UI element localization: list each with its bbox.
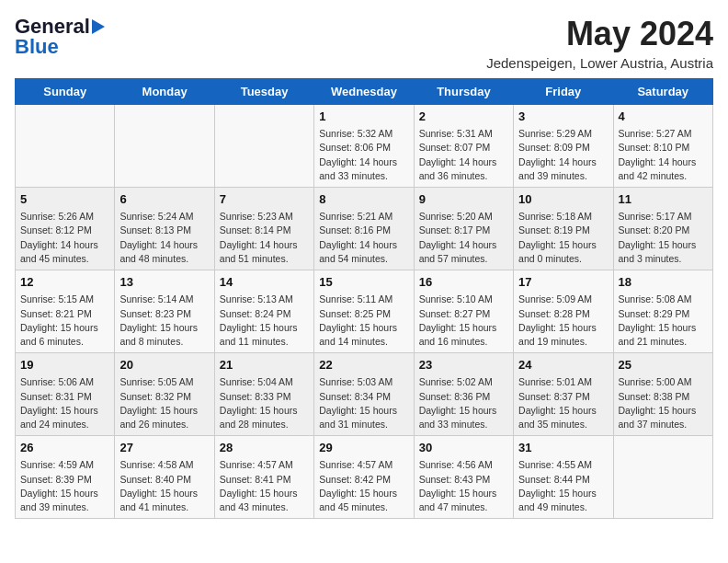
day-info: Sunrise: 4:55 AM Sunset: 8:44 PM Dayligh… <box>518 458 608 514</box>
day-info: Sunrise: 5:04 AM Sunset: 8:33 PM Dayligh… <box>220 375 309 431</box>
calendar-header-sunday: Sunday <box>16 79 115 105</box>
calendar-cell: 1Sunrise: 5:32 AM Sunset: 8:06 PM Daylig… <box>314 105 414 188</box>
calendar-cell: 22Sunrise: 5:03 AM Sunset: 8:34 PM Dayli… <box>314 353 414 436</box>
calendar-week-row: 19Sunrise: 5:06 AM Sunset: 8:31 PM Dayli… <box>16 353 713 436</box>
day-number: 2 <box>419 109 508 125</box>
day-number: 22 <box>319 357 408 373</box>
calendar-cell: 26Sunrise: 4:59 AM Sunset: 8:39 PM Dayli… <box>16 436 115 519</box>
day-number: 8 <box>319 191 408 208</box>
calendar-cell: 27Sunrise: 4:58 AM Sunset: 8:40 PM Dayli… <box>115 436 214 519</box>
calendar-cell: 15Sunrise: 5:11 AM Sunset: 8:25 PM Dayli… <box>314 270 414 353</box>
day-number: 6 <box>119 191 209 208</box>
calendar-cell: 16Sunrise: 5:10 AM Sunset: 8:27 PM Dayli… <box>414 270 513 353</box>
calendar-header-tuesday: Tuesday <box>214 79 313 105</box>
day-info: Sunrise: 5:05 AM Sunset: 8:32 PM Dayligh… <box>119 375 209 431</box>
day-number: 7 <box>220 191 309 208</box>
day-number: 21 <box>220 357 309 373</box>
day-info: Sunrise: 4:57 AM Sunset: 8:42 PM Dayligh… <box>319 458 408 514</box>
day-info: Sunrise: 5:17 AM Sunset: 8:20 PM Dayligh… <box>619 210 708 266</box>
day-number: 17 <box>518 274 608 291</box>
calendar-cell: 3Sunrise: 5:29 AM Sunset: 8:09 PM Daylig… <box>514 105 613 188</box>
day-info: Sunrise: 5:01 AM Sunset: 8:37 PM Dayligh… <box>518 375 608 431</box>
calendar-cell: 7Sunrise: 5:23 AM Sunset: 8:14 PM Daylig… <box>214 188 313 270</box>
calendar-cell: 19Sunrise: 5:06 AM Sunset: 8:31 PM Dayli… <box>16 353 115 436</box>
page-header: General Blue May 2024 Jedenspeigen, Lowe… <box>15 15 713 71</box>
day-info: Sunrise: 5:26 AM Sunset: 8:12 PM Dayligh… <box>20 210 109 266</box>
calendar-cell: 6Sunrise: 5:24 AM Sunset: 8:13 PM Daylig… <box>115 188 214 270</box>
calendar-cell: 10Sunrise: 5:18 AM Sunset: 8:19 PM Dayli… <box>514 188 613 270</box>
calendar-cell <box>613 436 712 519</box>
calendar-header-wednesday: Wednesday <box>314 79 414 105</box>
calendar-table: SundayMondayTuesdayWednesdayThursdayFrid… <box>15 78 713 519</box>
calendar-header-monday: Monday <box>115 79 214 105</box>
logo: General Blue <box>15 15 105 59</box>
day-info: Sunrise: 5:09 AM Sunset: 8:28 PM Dayligh… <box>518 293 608 349</box>
day-info: Sunrise: 5:32 AM Sunset: 8:06 PM Dayligh… <box>319 127 408 183</box>
day-number: 25 <box>619 357 708 373</box>
calendar-cell: 28Sunrise: 4:57 AM Sunset: 8:41 PM Dayli… <box>214 436 313 519</box>
day-info: Sunrise: 5:03 AM Sunset: 8:34 PM Dayligh… <box>319 375 408 431</box>
day-number: 30 <box>419 440 508 456</box>
day-number: 26 <box>20 440 109 456</box>
day-info: Sunrise: 5:11 AM Sunset: 8:25 PM Dayligh… <box>319 293 408 349</box>
calendar-cell: 30Sunrise: 4:56 AM Sunset: 8:43 PM Dayli… <box>414 436 513 519</box>
day-info: Sunrise: 5:06 AM Sunset: 8:31 PM Dayligh… <box>20 375 109 431</box>
calendar-cell: 5Sunrise: 5:26 AM Sunset: 8:12 PM Daylig… <box>16 188 115 270</box>
day-info: Sunrise: 5:02 AM Sunset: 8:36 PM Dayligh… <box>419 375 508 431</box>
calendar-cell: 14Sunrise: 5:13 AM Sunset: 8:24 PM Dayli… <box>214 270 313 353</box>
day-info: Sunrise: 5:10 AM Sunset: 8:27 PM Dayligh… <box>419 293 508 349</box>
calendar-header-row: SundayMondayTuesdayWednesdayThursdayFrid… <box>16 79 713 105</box>
calendar-cell: 25Sunrise: 5:00 AM Sunset: 8:38 PM Dayli… <box>613 353 712 436</box>
title-block: May 2024 Jedenspeigen, Lower Austria, Au… <box>486 15 713 71</box>
calendar-week-row: 1Sunrise: 5:32 AM Sunset: 8:06 PM Daylig… <box>16 105 713 188</box>
calendar-cell: 2Sunrise: 5:31 AM Sunset: 8:07 PM Daylig… <box>414 105 513 188</box>
calendar-cell: 13Sunrise: 5:14 AM Sunset: 8:23 PM Dayli… <box>115 270 214 353</box>
calendar-cell: 11Sunrise: 5:17 AM Sunset: 8:20 PM Dayli… <box>613 188 712 270</box>
day-info: Sunrise: 4:57 AM Sunset: 8:41 PM Dayligh… <box>220 458 309 514</box>
calendar-cell: 24Sunrise: 5:01 AM Sunset: 8:37 PM Dayli… <box>514 353 613 436</box>
calendar-cell: 9Sunrise: 5:20 AM Sunset: 8:17 PM Daylig… <box>414 188 513 270</box>
day-info: Sunrise: 5:14 AM Sunset: 8:23 PM Dayligh… <box>119 293 209 349</box>
day-number: 18 <box>619 274 708 291</box>
day-number: 9 <box>419 191 508 208</box>
calendar-cell: 29Sunrise: 4:57 AM Sunset: 8:42 PM Dayli… <box>314 436 414 519</box>
calendar-cell: 12Sunrise: 5:15 AM Sunset: 8:21 PM Dayli… <box>16 270 115 353</box>
day-number: 3 <box>518 109 608 125</box>
day-info: Sunrise: 4:56 AM Sunset: 8:43 PM Dayligh… <box>419 458 508 514</box>
calendar-cell <box>214 105 313 188</box>
calendar-cell: 17Sunrise: 5:09 AM Sunset: 8:28 PM Dayli… <box>514 270 613 353</box>
day-number: 24 <box>518 357 608 373</box>
day-number: 19 <box>20 357 109 373</box>
calendar-header-thursday: Thursday <box>414 79 513 105</box>
day-number: 16 <box>419 274 508 291</box>
day-number: 23 <box>419 357 508 373</box>
day-number: 1 <box>319 109 408 125</box>
calendar-cell: 23Sunrise: 5:02 AM Sunset: 8:36 PM Dayli… <box>414 353 513 436</box>
calendar-cell: 21Sunrise: 5:04 AM Sunset: 8:33 PM Dayli… <box>214 353 313 436</box>
day-number: 29 <box>319 440 408 456</box>
day-number: 27 <box>119 440 209 456</box>
calendar-header-friday: Friday <box>514 79 613 105</box>
day-number: 10 <box>518 191 608 208</box>
day-number: 4 <box>619 109 708 125</box>
day-info: Sunrise: 5:13 AM Sunset: 8:24 PM Dayligh… <box>220 293 309 349</box>
day-info: Sunrise: 5:31 AM Sunset: 8:07 PM Dayligh… <box>419 127 508 183</box>
day-info: Sunrise: 5:00 AM Sunset: 8:38 PM Dayligh… <box>619 375 708 431</box>
day-number: 31 <box>518 440 608 456</box>
calendar-week-row: 5Sunrise: 5:26 AM Sunset: 8:12 PM Daylig… <box>16 188 713 270</box>
day-info: Sunrise: 5:20 AM Sunset: 8:17 PM Dayligh… <box>419 210 508 266</box>
day-info: Sunrise: 5:27 AM Sunset: 8:10 PM Dayligh… <box>619 127 708 183</box>
day-number: 13 <box>119 274 209 291</box>
calendar-week-row: 26Sunrise: 4:59 AM Sunset: 8:39 PM Dayli… <box>16 436 713 519</box>
calendar-cell: 31Sunrise: 4:55 AM Sunset: 8:44 PM Dayli… <box>514 436 613 519</box>
day-info: Sunrise: 4:59 AM Sunset: 8:39 PM Dayligh… <box>20 458 109 514</box>
calendar-cell: 8Sunrise: 5:21 AM Sunset: 8:16 PM Daylig… <box>314 188 414 270</box>
calendar-cell: 4Sunrise: 5:27 AM Sunset: 8:10 PM Daylig… <box>613 105 712 188</box>
day-info: Sunrise: 4:58 AM Sunset: 8:40 PM Dayligh… <box>119 458 209 514</box>
calendar-cell <box>115 105 214 188</box>
month-year-title: May 2024 <box>486 15 713 53</box>
day-number: 15 <box>319 274 408 291</box>
location-subtitle: Jedenspeigen, Lower Austria, Austria <box>486 55 713 71</box>
calendar-cell: 20Sunrise: 5:05 AM Sunset: 8:32 PM Dayli… <box>115 353 214 436</box>
calendar-header-saturday: Saturday <box>613 79 712 105</box>
